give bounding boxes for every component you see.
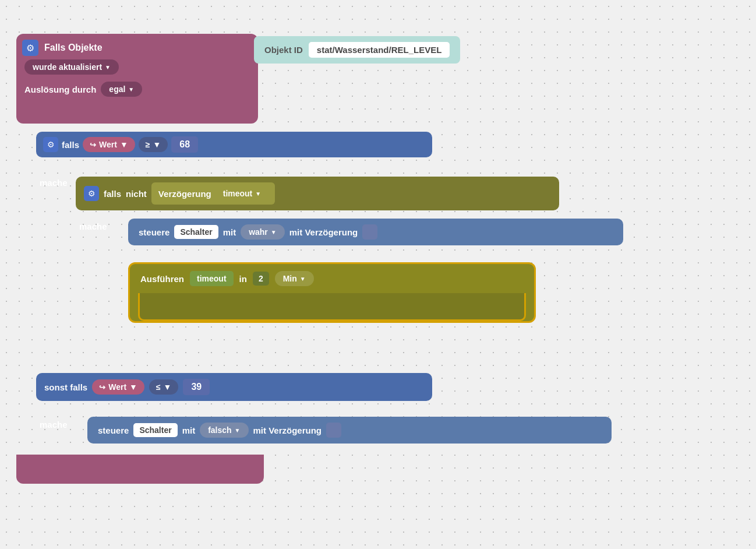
inner-falls-block: ⚙ falls nicht Verzögerung timeout ▼	[76, 177, 559, 210]
falls-objekte-label: Falls Objekte	[44, 43, 103, 53]
operator-pill-1[interactable]: ≥ ▼	[139, 137, 168, 152]
steuere-block-2: steuere Schalter mit falsch ▼ mit Verzög…	[87, 417, 612, 444]
steuere-label-1: steuere	[139, 227, 169, 237]
ausfuehren-wrap: Ausführen timeout in 2 Min ▼	[128, 262, 536, 323]
timeout-arrow: ▼	[255, 191, 261, 197]
ausfuehren-inner: Ausführen timeout in 2 Min ▼	[130, 264, 534, 293]
ausfuehren-bottom	[138, 293, 526, 321]
timeout-pill-1[interactable]: timeout ▼	[216, 186, 268, 201]
sonst-falls-block: sonst falls Wert ▼ ≤ ▼ 39	[36, 373, 432, 401]
gear-icon[interactable]: ⚙	[22, 40, 38, 56]
falsch-dropdown[interactable]: falsch ▼	[200, 423, 248, 438]
mit-verz-label-2: mit Verzögerung	[253, 425, 322, 435]
ausloesung-label: Auslösung durch	[24, 85, 96, 94]
objekt-id-block: Objekt ID stat/Wasserstand/REL_LEVEL	[254, 36, 460, 64]
op-arrow-2: ▼	[164, 382, 172, 392]
outer-block-bottom	[16, 455, 264, 484]
mache-label-1: mache	[40, 178, 68, 188]
verz-box-1	[362, 224, 377, 240]
wert-arrow-2: ▼	[129, 382, 137, 392]
wert-pill-1[interactable]: Wert ▼	[83, 137, 135, 152]
op-arrow: ▼	[153, 140, 161, 149]
egal-dropdown[interactable]: egal ▼	[101, 82, 142, 97]
wurde-dropdown[interactable]: wurde aktualisiert ▼	[24, 59, 119, 75]
inner-falls-header: ⚙ falls nicht Verzögerung timeout ▼	[76, 177, 559, 210]
dropdown-arrow-2: ▼	[128, 86, 134, 93]
mache-label-2: mache	[79, 221, 107, 231]
sonst-falls-label: sonst falls	[44, 382, 87, 392]
schalter-tag-2[interactable]: Schalter	[133, 423, 177, 437]
objekt-id-value[interactable]: stat/Wasserstand/REL_LEVEL	[309, 42, 450, 58]
outer-block-header: ⚙ Falls Objekte	[16, 34, 258, 59]
objekt-id-label: Objekt ID	[264, 45, 303, 55]
wert-arrow: ▼	[120, 140, 128, 149]
ausloesung-row: Auslösung durch egal ▼	[16, 82, 258, 103]
min-arrow: ▼	[300, 276, 306, 282]
timeout-pill-2[interactable]: timeout	[190, 271, 234, 286]
in-label: in	[239, 274, 247, 284]
falls-condition-row: ⚙ falls Wert ▼ ≥ ▼ 68	[36, 132, 432, 157]
wert-pill-2[interactable]: Wert ▼	[92, 379, 144, 395]
mit-label-1: mit	[223, 227, 236, 237]
dropdown-arrow: ▼	[105, 64, 111, 71]
verz-label: Verzögerung	[158, 189, 211, 199]
nicht-label: nicht	[126, 189, 147, 199]
steuere-label-2: steuere	[98, 425, 129, 435]
verz-block: Verzögerung timeout ▼	[151, 182, 275, 205]
mache-label-3: mache	[40, 420, 68, 430]
inner-gear-icon[interactable]: ⚙	[84, 186, 99, 201]
schalter-tag-1[interactable]: Schalter	[174, 225, 218, 239]
operator-pill-2[interactable]: ≤ ▼	[149, 379, 179, 395]
falls-label: falls	[62, 140, 79, 150]
falsch-arrow: ▼	[235, 427, 241, 434]
inner-falls-label: falls	[104, 189, 121, 199]
min-dropdown[interactable]: Min ▼	[275, 271, 314, 286]
steuere-block-1: steuere Schalter mit wahr ▼ mit Verzöger…	[128, 219, 623, 245]
falls-gear-icon[interactable]: ⚙	[43, 137, 58, 152]
verz-box-2	[326, 423, 341, 438]
wurde-row: wurde aktualisiert ▼	[16, 59, 258, 78]
mit-label-2: mit	[182, 425, 196, 435]
ausfuehren-label: Ausführen	[140, 274, 184, 284]
falls-block: ⚙ falls Wert ▼ ≥ ▼ 68	[36, 132, 432, 157]
value-box-1[interactable]: 68	[171, 136, 198, 153]
wahr-arrow: ▼	[271, 229, 277, 235]
value-box-2[interactable]: 39	[183, 379, 210, 395]
ausfuehren-value[interactable]: 2	[253, 272, 269, 286]
wahr-dropdown[interactable]: wahr ▼	[241, 224, 285, 240]
min-label: Min	[283, 274, 297, 283]
mit-verz-label-1: mit Verzögerung	[289, 227, 358, 237]
